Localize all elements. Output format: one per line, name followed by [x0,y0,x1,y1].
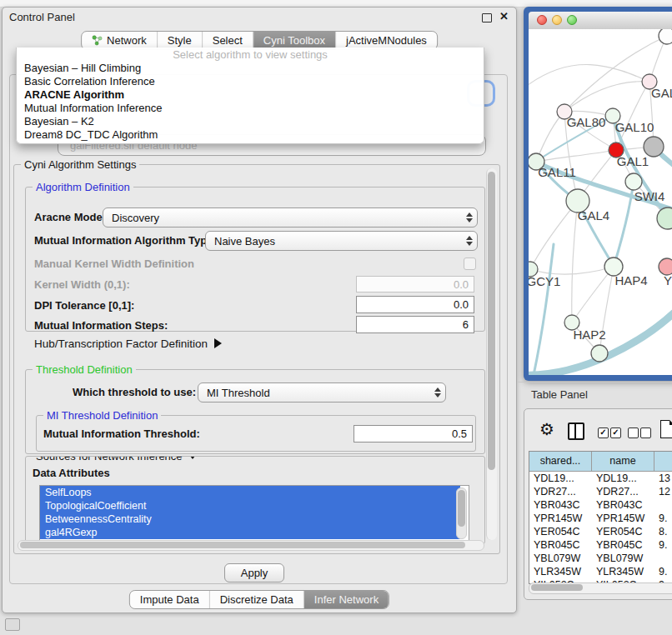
algorithm-dropdown-item[interactable]: Bayesian – K2 [17,115,484,128]
table-row[interactable]: YBL079WYBL079W [529,552,672,565]
mi-steps-input[interactable]: 6 [356,316,474,333]
minimize-traffic-light-icon[interactable] [552,15,562,25]
network-window-titlebar[interactable] [529,12,672,30]
zoom-traffic-light-icon[interactable] [567,15,577,25]
table-row[interactable]: YBR043CYBR043C [529,498,672,512]
mi-threshold-definition-title: MI Threshold Definition [43,409,161,422]
hub-transcription-label: Hub/Transcription Factor Definition [34,338,208,350]
settings-vertical-scrollbar-thumb[interactable] [488,172,495,470]
table-cell: YBR045C [529,538,592,552]
panel-divider [517,382,672,382]
table-horizontal-scrollbar[interactable] [529,582,672,594]
settings-horizontal-scrollbar-thumb[interactable] [20,542,465,548]
gear-icon[interactable]: ⚙ [539,421,554,438]
table-row[interactable]: YBR045CYBR045C9. [529,538,672,552]
table-cell: YPR145W [592,512,654,525]
table-cell: 9. [654,538,672,552]
network-node-y[interactable] [659,258,672,275]
checked-checkbox-icon[interactable]: ✓ [598,428,609,438]
mi-threshold-input[interactable]: 0.5 [354,425,473,442]
network-edge[interactable] [564,82,649,112]
stepper-icon [466,236,473,246]
bottom-tab-discretize-data[interactable]: Discretize Data [209,591,303,608]
dpi-tolerance-label: DPI Tolerance [0,1]: [34,299,134,312]
table-row[interactable]: YER054CYER054C8. [529,525,672,538]
table-header-cell[interactable]: shared... [529,452,592,471]
network-edge[interactable] [530,201,578,269]
sources-group-title: Sources for Network Inference [33,456,201,462]
network-canvas[interactable]: GALGAL80GAL10GAL1GAL11SWI4GAL4GCY1HAP4YH… [529,29,672,375]
mi-algorithm-type-label: Mutual Information Algorithm Type: [34,234,217,247]
settings-horizontal-scrollbar[interactable] [18,540,484,551]
table-row[interactable]: YLR345WYLR345W9. [529,565,672,578]
table-cell: 9. [654,565,672,578]
network-edge[interactable] [534,244,554,375]
close-traffic-light-icon[interactable] [537,15,547,25]
which-threshold-combobox[interactable]: MI Threshold [198,382,446,402]
table-header-cell[interactable]: name [592,452,654,471]
node-attribute-table: shared...nameYDL19...YDL19...13YDR27...Y… [529,451,672,584]
list-scrollbar-thumb[interactable] [458,490,465,527]
which-threshold-label: Which threshold to use: [73,386,196,398]
tab-network[interactable]: Network [82,32,157,49]
network-node[interactable] [657,208,672,229]
checked-checkbox-icon[interactable]: ✓ [610,428,621,438]
mi-algorithm-type-combobox[interactable]: Naive Bayes [205,231,478,251]
dpi-tolerance-input[interactable]: 0.0 [356,296,474,313]
table-cell: YBL079W [529,552,592,565]
stepper-icon [434,388,441,398]
bottom-tab-impute-data[interactable]: Impute Data [130,591,209,608]
algorithm-dropdown-item[interactable]: Bayesian – Hill Climbing [17,62,484,75]
network-edge[interactable] [529,65,649,91]
network-edge[interactable] [536,150,616,162]
table-horizontal-scrollbar-thumb[interactable] [531,584,583,591]
data-attributes-label: Data Attributes [33,467,110,479]
network-node[interactable] [659,29,672,44]
float-window-icon[interactable] [482,13,492,22]
collapse-arrow-icon [188,456,198,459]
network-node-swi4[interactable] [625,173,642,190]
docked-panel-icon[interactable] [5,618,20,631]
tab-cyni-toolbox[interactable]: Cyni Toolbox [253,32,335,49]
aracne-mode-combobox[interactable]: Discovery [103,208,478,228]
kernel-width-input[interactable]: 0.0 [356,276,474,292]
network-node-label: GAL1 [617,154,649,168]
apply-button[interactable]: Apply [224,563,284,582]
table-cell: YDL19... [529,472,592,485]
unchecked-checkbox-icon[interactable] [628,428,639,438]
close-icon[interactable]: ✕ [499,10,509,22]
tab-select[interactable]: Select [202,32,253,49]
network-node-label: GCY1 [529,274,560,288]
hub-transcription-section-toggle[interactable]: Hub/Transcription Factor Definition [34,336,222,351]
network-node-label: HAP2 [573,328,605,342]
algorithm-dropdown-item[interactable]: ARACNE Algorithm [17,88,484,102]
network-node[interactable] [591,345,608,362]
table-row[interactable]: YDR27...YDR27...12 [529,485,672,498]
network-edge[interactable] [572,267,614,322]
table-row[interactable]: YPR145WYPR145W9. [529,512,672,525]
tab-label: Impute Data [140,591,199,608]
table-cell: YBR045C [592,538,654,552]
tab-style[interactable]: Style [157,32,202,49]
data-attribute-list-item[interactable]: TopologicalCoefficient [40,499,460,512]
algorithm-dropdown-item[interactable]: Dream8 DC_TDC Algorithm [17,128,484,142]
columns-icon[interactable] [568,422,584,440]
settings-vertical-scrollbar[interactable] [486,168,497,540]
aracne-mode-label: Aracne Mode: [34,211,106,223]
document-icon[interactable] [660,420,672,438]
unchecked-checkbox-icon[interactable] [640,428,651,438]
algorithm-dropdown-item[interactable]: Mutual Information Inference [17,102,484,115]
table-cell: YBR043C [529,498,592,512]
manual-kernel-width-checkbox[interactable] [464,258,476,270]
cyni-algorithm-settings-group: Cyni Algorithm Settings Algorithm Defini… [13,164,500,554]
bottom-tab-infer-network[interactable]: Infer Network [303,591,389,608]
table-header-cell[interactable] [654,452,672,471]
list-scrollbar[interactable] [456,488,467,539]
table-row[interactable]: YDL19...YDL19...13 [529,472,672,485]
tab-jactivemnodules[interactable]: jActiveMNodules [335,32,437,49]
data-attribute-list-item[interactable]: SelfLoops [40,486,460,499]
data-attribute-list-item[interactable]: BetweennessCentrality [40,512,460,526]
algorithm-dropdown-item[interactable]: Basic Correlation Inference [17,75,484,88]
data-attribute-list-item[interactable]: gal4RGexp [40,526,460,539]
control-panel-titlebar[interactable]: Control Panel ✕ [3,8,516,28]
